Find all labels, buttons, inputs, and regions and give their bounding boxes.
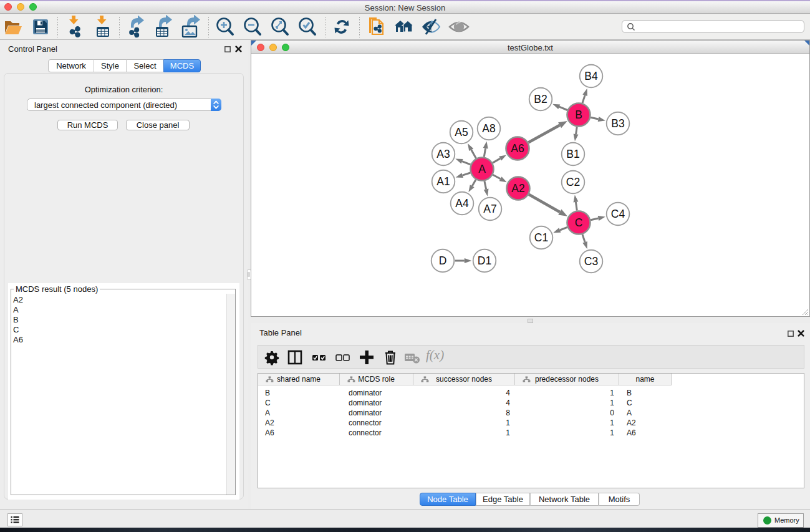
svg-text:C1: C1 — [534, 231, 548, 244]
svg-text:C2: C2 — [566, 176, 580, 188]
svg-text:B1: B1 — [566, 148, 579, 160]
svg-text:B: B — [575, 109, 582, 121]
svg-text:A4: A4 — [455, 197, 469, 210]
svg-text:A5: A5 — [455, 126, 468, 138]
svg-text:D1: D1 — [478, 254, 491, 267]
svg-text:A7: A7 — [483, 203, 496, 215]
svg-text:A: A — [478, 163, 486, 175]
svg-text:A3: A3 — [436, 148, 450, 160]
svg-text:A1: A1 — [436, 175, 450, 188]
svg-text:B2: B2 — [534, 93, 547, 105]
svg-text:C4: C4 — [611, 208, 625, 220]
svg-text:C3: C3 — [584, 255, 598, 268]
svg-text:A8: A8 — [482, 122, 495, 135]
svg-text:D: D — [439, 254, 447, 267]
svg-text:A6: A6 — [511, 142, 524, 155]
svg-text:A2: A2 — [511, 182, 524, 195]
svg-text:C: C — [575, 216, 583, 229]
svg-text:B4: B4 — [584, 70, 598, 82]
svg-text:B3: B3 — [611, 117, 624, 130]
